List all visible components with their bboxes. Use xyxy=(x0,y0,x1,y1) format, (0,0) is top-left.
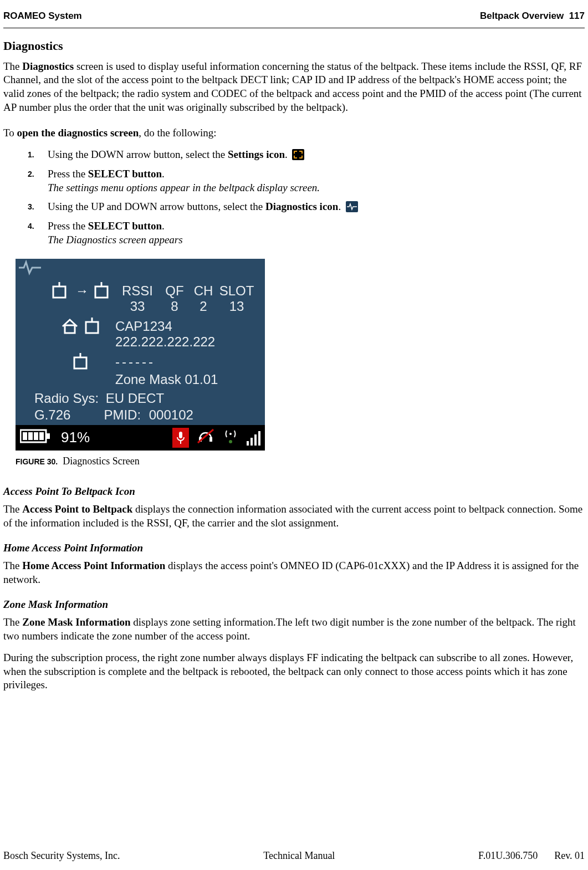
steps-list: 1. Using the DOWN arrow button, select t… xyxy=(3,148,585,247)
svg-rect-2 xyxy=(95,286,108,298)
settings-icon xyxy=(292,149,304,160)
header-right: Beltpack Overview 117 xyxy=(480,10,585,22)
footer-doctype: Technical Manual xyxy=(263,849,335,862)
col-rssi: RSSI xyxy=(115,282,160,299)
signal-bars-icon xyxy=(247,430,260,446)
svg-rect-10 xyxy=(47,433,50,439)
diagnostics-screenshot: → RSSI QF CH SLOT 33 8 2 13 xyxy=(16,259,265,451)
zone-dashes: ------ xyxy=(115,353,259,370)
section-title-diagnostics: Diagnostics xyxy=(3,38,585,54)
opener-line: To open the diagnostics screen, do the f… xyxy=(3,126,585,140)
svg-rect-13 xyxy=(34,432,38,440)
footer-rev: Rev. 01 xyxy=(554,849,585,862)
page-header: ROAMEO System Beltpack Overview 117 xyxy=(3,10,585,28)
para-zone-mask-2: During the subscription process, the rig… xyxy=(3,651,585,692)
step-2: 2. Press the SELECT button. The settings… xyxy=(28,167,585,195)
zone-beltpack-icon xyxy=(49,352,115,371)
para-home-ap: The Home Access Point Information displa… xyxy=(3,559,585,586)
codec-pmid-line: G.726 PMID: 000102 xyxy=(34,406,193,423)
header-rule xyxy=(3,28,585,28)
val-qf: 8 xyxy=(160,298,190,315)
radio-sys-line: Radio Sys: EU DECT xyxy=(34,390,164,407)
footer-company: Bosch Security Systems, Inc. xyxy=(3,849,120,862)
col-ch: CH xyxy=(190,282,217,299)
zone-mask: Zone Mask 01.01 xyxy=(115,371,259,388)
col-slot: SLOT xyxy=(217,282,256,299)
svg-rect-12 xyxy=(28,432,33,440)
svg-rect-15 xyxy=(179,432,182,438)
val-ch: 2 xyxy=(190,298,217,315)
step-1: 1. Using the DOWN arrow button, select t… xyxy=(28,148,585,162)
heartbeat-icon xyxy=(19,260,41,279)
headset-off-icon xyxy=(197,428,214,448)
svg-rect-0 xyxy=(53,286,65,298)
heading-zone-mask: Zone Mask Information xyxy=(3,598,585,612)
diagnostics-icon xyxy=(346,201,358,212)
battery-percent: 91% xyxy=(61,428,165,447)
ap-to-beltpack-icon: → xyxy=(49,281,115,300)
svg-rect-18 xyxy=(209,437,212,442)
step-4: 4. Press the SELECT button. The Diagnost… xyxy=(28,219,585,247)
pmid-value: 000102 xyxy=(149,407,193,422)
wifi-icon xyxy=(222,428,239,448)
codec-value: G.726 xyxy=(34,406,70,423)
home-ap-row: CAP1234 xyxy=(49,316,259,335)
figure-caption: FIGURE 30. Diagnostics Screen xyxy=(16,455,585,468)
header-left: ROAMEO System xyxy=(3,10,82,22)
heading-home-ap: Home Access Point Information xyxy=(3,541,585,555)
page-footer: Bosch Security Systems, Inc. Technical M… xyxy=(3,849,585,862)
svg-rect-14 xyxy=(39,432,44,440)
intro-paragraph: The Diagnostics screen is used to displa… xyxy=(3,60,585,115)
val-rssi: 33 xyxy=(115,298,160,315)
heading-ap-to-beltpack: Access Point To Beltpack Icon xyxy=(3,485,585,499)
para-zone-mask-1: The Zone Mask Information displays zone … xyxy=(3,616,585,643)
zone-row: ------ xyxy=(49,352,259,371)
svg-point-20 xyxy=(229,433,232,435)
mic-icon xyxy=(172,428,189,448)
ip-address: 222.222.222.222 xyxy=(115,333,259,350)
svg-rect-4 xyxy=(65,325,75,333)
para-ap-to-beltpack: The Access Point to Beltpack displays th… xyxy=(3,503,585,530)
step-3: 3. Using the UP and DOWN arrow buttons, … xyxy=(28,200,585,214)
footer-docnum: F.01U.306.750 xyxy=(478,849,538,862)
svg-rect-5 xyxy=(86,322,98,333)
ap-beltpack-row: → RSSI QF CH SLOT xyxy=(49,281,259,300)
val-slot: 13 xyxy=(217,298,256,315)
home-ap-icon xyxy=(49,316,115,335)
svg-rect-7 xyxy=(74,357,86,369)
battery-icon xyxy=(20,428,51,448)
cap-id: CAP1234 xyxy=(115,318,259,335)
col-qf: QF xyxy=(160,282,190,299)
status-bar: 91% xyxy=(16,425,265,451)
svg-point-21 xyxy=(229,440,232,443)
svg-rect-11 xyxy=(23,432,27,440)
